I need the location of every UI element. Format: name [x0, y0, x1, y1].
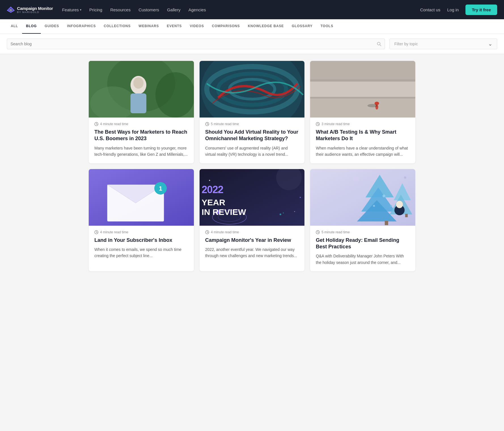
svg-point-74 [396, 201, 403, 208]
read-time: 5 minute read time [316, 230, 410, 234]
nav-gallery[interactable]: Gallery [167, 7, 181, 12]
nav-customers[interactable]: Customers [139, 7, 159, 12]
article-excerpt: When it comes to emails, we spend so muc… [94, 246, 188, 259]
nav-resources[interactable]: Resources [110, 7, 131, 12]
subnav-tools[interactable]: TOOLS [317, 19, 337, 34]
logo-main-text: Campaign Monitor [17, 6, 53, 11]
svg-line-80 [318, 232, 319, 233]
subnav-blog[interactable]: BLOG [22, 19, 41, 34]
subnav-guides[interactable]: GUIDES [41, 19, 63, 34]
clock-icon [205, 122, 209, 126]
logo[interactable]: Campaign Monitor BY MARIGOLD [7, 6, 53, 14]
article-body: 4 minute read time The Best Ways for Mar… [89, 118, 194, 163]
svg-line-34 [318, 124, 319, 125]
aerial-illustration [310, 61, 415, 118]
svg-point-76 [404, 176, 406, 179]
clock-icon [94, 230, 98, 234]
article-excerpt: Q&A with Deliverability Manager John Pet… [316, 253, 410, 266]
clock-icon [316, 122, 320, 126]
svg-point-54 [279, 214, 281, 215]
search-input[interactable] [10, 39, 374, 49]
article-image-year-review: 2022 YEAR IN REVIEW [200, 169, 305, 226]
article-card[interactable]: 3 minute read time What A/B Testing Is &… [310, 61, 415, 163]
svg-rect-25 [310, 81, 415, 98]
read-time: 4 minute read time [205, 230, 299, 234]
subnav-comparisons[interactable]: COMPARISONS [208, 19, 244, 34]
svg-rect-24 [310, 61, 415, 81]
svg-point-11 [133, 77, 143, 89]
nav-links: Features ▾ Pricing Resources Customers G… [62, 7, 411, 12]
top-navigation: Campaign Monitor BY MARIGOLD Features ▾ … [0, 0, 504, 19]
main-content: 4 minute read time The Best Ways for Mar… [82, 54, 422, 278]
svg-point-31 [368, 104, 378, 107]
article-card[interactable]: 5 minute read time Should You Add Virtua… [200, 61, 305, 163]
chevron-icon: ▾ [80, 8, 81, 11]
article-title: Land in Your Subscriber's Inbox [94, 237, 188, 244]
read-time: 5 minute read time [205, 122, 299, 126]
article-body: 3 minute read time What A/B Testing Is &… [310, 118, 415, 163]
holiday-illustration [310, 169, 415, 226]
subnav-glossary[interactable]: GLOSSARY [288, 19, 316, 34]
sub-navigation: ALL BLOG GUIDES INFOGRAPHICS COLLECTIONS… [0, 19, 504, 34]
svg-rect-75 [353, 176, 359, 181]
try-it-free-button[interactable]: Try it free [465, 5, 497, 15]
nav-agencies[interactable]: Agencies [189, 7, 206, 12]
article-title: What A/B Testing Is & Why Smart Marketer… [316, 129, 410, 142]
articles-grid: 4 minute read time The Best Ways for Mar… [89, 61, 415, 271]
article-image-vr [200, 61, 305, 118]
logo-icon [7, 7, 15, 13]
subnav-events[interactable]: EVENTS [163, 19, 186, 34]
nav-pricing[interactable]: Pricing [89, 7, 102, 12]
svg-rect-69 [405, 214, 408, 217]
clock-icon [316, 230, 320, 234]
svg-line-44 [96, 232, 97, 233]
article-body: 4 minute read time Campaign Monitor's Ye… [200, 226, 305, 265]
subnav-all[interactable]: ALL [7, 19, 22, 34]
article-body: 5 minute read time Should You Add Virtua… [200, 118, 305, 163]
search-icon [377, 42, 381, 46]
read-time: 3 minute read time [316, 122, 410, 126]
search-box [7, 39, 385, 49]
svg-text:2022: 2022 [202, 184, 223, 195]
article-title: Should You Add Virtual Reality to Your O… [205, 129, 299, 142]
svg-text:1: 1 [159, 185, 162, 192]
article-image-elderly [89, 61, 194, 118]
article-body: 4 minute read time Land in Your Subscrib… [89, 226, 194, 265]
svg-rect-27 [310, 79, 415, 82]
svg-rect-10 [130, 93, 146, 113]
article-image-holiday [310, 169, 415, 226]
subnav-infographics[interactable]: INFOGRAPHICS [63, 19, 100, 34]
article-card[interactable]: 5 minute read time Get Holiday Ready: Em… [310, 169, 415, 272]
svg-point-49 [300, 197, 301, 198]
article-excerpt: Consumers' use of augmented reality (AR)… [205, 145, 299, 158]
article-card[interactable]: 4 minute read time The Best Ways for Mar… [89, 61, 194, 163]
svg-point-47 [209, 180, 210, 181]
article-title: Campaign Monitor's Year in Review [205, 237, 299, 244]
svg-point-8 [155, 72, 194, 118]
article-excerpt: When marketers have a clear understandin… [316, 145, 410, 158]
subnav-collections[interactable]: COLLECTIONS [100, 19, 135, 34]
read-time: 4 minute read time [94, 122, 188, 126]
article-card[interactable]: 2022 YEAR IN REVIEW 4 minute read time C… [200, 169, 305, 272]
svg-point-71 [390, 205, 392, 207]
svg-point-55 [283, 212, 284, 214]
article-card[interactable]: 1 4 minute read time Land in Your Subscr… [89, 169, 194, 272]
clock-icon [205, 230, 209, 234]
article-title: Get Holiday Ready: Email Sending Best Pr… [316, 237, 410, 250]
article-excerpt: 2022, another eventful year. We navigate… [205, 246, 299, 259]
read-time: 4 minute read time [94, 230, 188, 234]
nav-login[interactable]: Log in [447, 7, 459, 12]
search-row: Filter by topic ⌄ [0, 34, 504, 54]
svg-line-61 [207, 232, 208, 233]
svg-point-72 [373, 205, 375, 207]
subnav-videos[interactable]: VIDEOS [186, 19, 208, 34]
subnav-knowledge-base[interactable]: KNOWLEDGE BASE [244, 19, 288, 34]
logo-text: Campaign Monitor BY MARIGOLD [17, 6, 53, 14]
article-image-envelope: 1 [89, 169, 194, 226]
filter-by-topic[interactable]: Filter by topic ⌄ [389, 39, 497, 49]
svg-point-77 [359, 216, 361, 218]
nav-contact[interactable]: Contact us [420, 7, 441, 12]
subnav-webinars[interactable]: WEBINARS [135, 19, 163, 34]
svg-text:YEAR: YEAR [202, 198, 225, 207]
nav-features[interactable]: Features ▾ [62, 7, 81, 12]
